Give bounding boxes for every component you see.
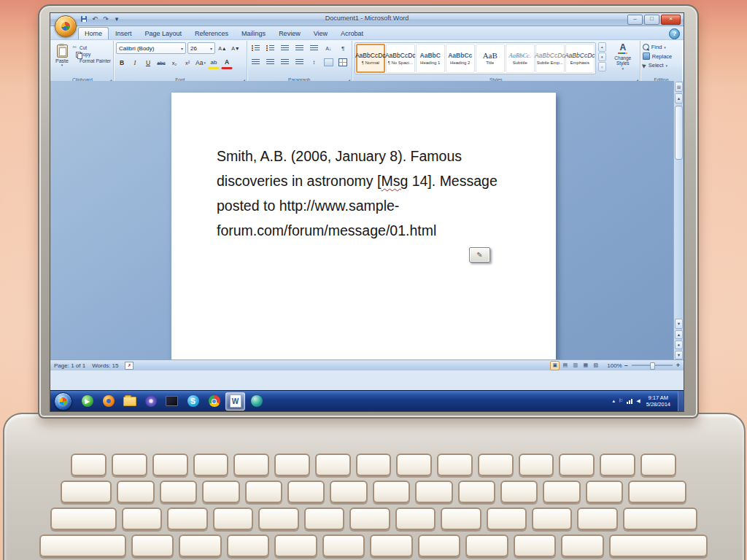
office-button[interactable] — [55, 15, 77, 37]
outline-view-button[interactable]: ▦ — [581, 361, 590, 370]
sort-button[interactable]: A↓ — [322, 42, 335, 54]
word-count-status[interactable]: Words: 15 — [92, 362, 118, 369]
subscript-button[interactable]: x₂ — [169, 57, 180, 69]
globe-app-icon[interactable] — [247, 392, 266, 411]
qat-more-icon[interactable]: ▾ — [112, 15, 121, 23]
close-button[interactable]: × — [661, 15, 681, 25]
replace-button[interactable]: Replace — [643, 52, 680, 60]
styles-scroll-down-button[interactable]: ▾ — [598, 52, 606, 62]
borders-button[interactable] — [337, 56, 349, 68]
chrome-icon[interactable] — [204, 392, 224, 411]
style-heading-1[interactable]: AaBbCHeading 1 — [416, 44, 445, 73]
tab-home[interactable]: Home — [78, 27, 109, 39]
paste-button[interactable]: Paste ▾ — [54, 42, 70, 67]
vertical-scrollbar[interactable]: ▤ ▲ ▼ ▲ ● ▼ — [673, 81, 684, 360]
media-player-icon[interactable]: ▶ — [77, 392, 97, 411]
increase-indent-button[interactable] — [308, 42, 320, 54]
tab-review[interactable]: Review — [272, 27, 307, 39]
tray-expand-icon[interactable]: ▴ — [612, 398, 615, 404]
italic-button[interactable]: I — [129, 57, 141, 69]
select-browse-object-button[interactable]: ● — [675, 341, 683, 349]
disc-app-icon[interactable] — [141, 392, 160, 411]
network-icon[interactable] — [627, 399, 632, 404]
styles-scroll-up-button[interactable]: ▴ — [598, 42, 606, 52]
cut-button[interactable]: ✂ Cut — [71, 44, 111, 50]
style-no-spaci[interactable]: AaBbCcDc¶ No Spaci... — [386, 44, 415, 73]
start-button[interactable] — [54, 392, 72, 411]
styles-more-button[interactable]: ▿ — [598, 62, 606, 71]
show-desktop-button[interactable] — [678, 391, 684, 411]
scroll-up-button[interactable]: ▲ — [675, 93, 683, 104]
superscript-button[interactable]: x² — [182, 57, 193, 69]
format-painter-button[interactable]: Format Painter — [71, 58, 111, 63]
multilevel-list-button[interactable] — [279, 42, 291, 54]
line-spacing-button[interactable]: ↕ — [308, 56, 320, 68]
help-button[interactable]: ? — [669, 28, 680, 39]
zoom-slider[interactable] — [632, 365, 673, 366]
style-subtle-emp[interactable]: AaBbCcDcSubtle Emp... — [535, 44, 565, 73]
font-size-select[interactable]: 26 ▾ — [187, 42, 215, 54]
taskbar-clock[interactable]: 9:17 AM 5/28/2014 — [644, 394, 673, 408]
shading-button[interactable] — [322, 56, 335, 68]
web-layout-view-button[interactable]: ▥ — [570, 361, 580, 370]
style-heading-2[interactable]: AaBbCcHeading 2 — [446, 44, 475, 73]
previous-page-button[interactable]: ▲ — [675, 330, 683, 339]
zoom-in-button[interactable]: + — [676, 362, 680, 369]
next-page-button[interactable]: ▼ — [675, 351, 683, 359]
show-hide-pilcrow-button[interactable]: ¶ — [337, 42, 349, 54]
underline-button[interactable]: U — [142, 57, 154, 69]
document-page[interactable]: Smith, A.B. (2006, January 8). Famousdis… — [171, 93, 556, 360]
photo-viewer-icon[interactable] — [162, 392, 182, 411]
scrollbar-track[interactable] — [675, 104, 683, 318]
undo-icon[interactable]: ↶ — [90, 15, 99, 23]
tab-acrobat[interactable]: Acrobat — [334, 27, 370, 39]
style-emphasis[interactable]: AaBbCcDcEmphasis — [565, 44, 595, 73]
align-center-button[interactable] — [264, 56, 276, 68]
font-color-button[interactable]: A — [221, 56, 233, 69]
folder-icon[interactable] — [120, 392, 139, 411]
bold-button[interactable]: B — [116, 57, 128, 69]
skype-icon[interactable]: S — [183, 392, 203, 411]
zoom-slider-thumb[interactable] — [650, 362, 655, 370]
page-count-status[interactable]: Page: 1 of 1 — [54, 362, 85, 369]
copy-button[interactable]: Copy — [71, 52, 111, 57]
font-name-select[interactable]: Calibri (Body) ▾ — [116, 42, 186, 54]
volume-icon[interactable]: ◀ — [636, 398, 640, 404]
draft-view-button[interactable]: ▧ — [591, 361, 600, 370]
change-styles-button[interactable]: A Change Styles ▾ — [608, 42, 638, 70]
justify-button[interactable] — [293, 56, 306, 68]
tab-insert[interactable]: Insert — [109, 27, 139, 39]
word-icon[interactable]: W — [225, 392, 245, 411]
bullets-button[interactable] — [249, 42, 262, 54]
maximize-button[interactable]: □ — [644, 15, 659, 25]
align-right-button[interactable] — [279, 56, 291, 68]
numbering-button[interactable] — [264, 42, 276, 54]
style-normal[interactable]: AaBbCcDc¶ Normal — [356, 44, 385, 73]
tab-mailings[interactable]: Mailings — [235, 27, 272, 39]
change-case-button[interactable]: Aa▾ — [195, 57, 206, 69]
action-center-icon[interactable]: ⚐ — [619, 398, 623, 404]
scrollbar-thumb[interactable] — [675, 106, 683, 160]
shrink-font-button[interactable]: A▼ — [230, 42, 241, 54]
zoom-level[interactable]: 100% — [607, 362, 622, 369]
proofing-errors-icon[interactable]: ✗ — [125, 362, 133, 370]
print-layout-view-button[interactable]: ▣ — [550, 361, 560, 370]
style-subtitle[interactable]: AaBbCc.Subtitle — [506, 44, 535, 73]
select-button[interactable]: Select ▾ — [643, 62, 680, 69]
scroll-down-button[interactable]: ▼ — [675, 319, 683, 329]
text-highlight-button[interactable]: ab — [208, 56, 220, 69]
grow-font-button[interactable]: A▲ — [217, 42, 228, 54]
find-button[interactable]: Find ▾ — [643, 44, 680, 50]
full-screen-reading-view-button[interactable]: ▤ — [560, 361, 570, 370]
firefox-icon[interactable] — [98, 392, 118, 411]
redo-icon[interactable]: ↷ — [101, 15, 110, 23]
decrease-indent-button[interactable] — [293, 42, 306, 54]
ruler-toggle-button[interactable]: ▤ — [675, 82, 683, 92]
tab-view[interactable]: View — [307, 27, 334, 39]
align-left-button[interactable] — [249, 56, 262, 68]
tab-page-layout[interactable]: Page Layout — [139, 27, 189, 39]
tab-references[interactable]: References — [188, 27, 235, 39]
minimize-button[interactable]: – — [627, 15, 643, 25]
save-icon[interactable] — [80, 15, 88, 23]
strikethrough-button[interactable]: abc — [155, 57, 167, 69]
